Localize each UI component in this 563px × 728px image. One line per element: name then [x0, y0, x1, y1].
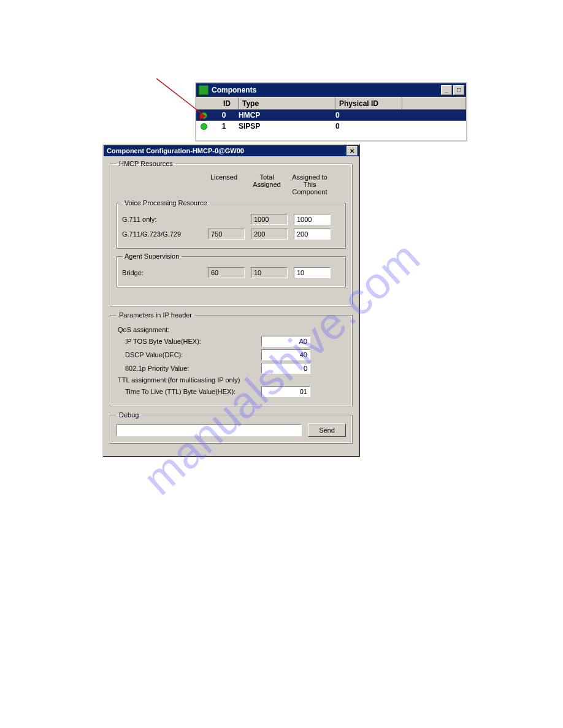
- qos-row-dscp: DSCP Value(DEC): 40: [117, 349, 346, 360]
- voice-processing-legend: Voice Processing Resource: [122, 199, 210, 207]
- config-title: Component Configuration-HMCP-0@GW00: [107, 147, 347, 154]
- qos-value-field[interactable]: A0: [261, 336, 310, 347]
- qos-section-label: QoS assignment:: [118, 326, 346, 333]
- config-titlebar: Component Configuration-HMCP-0@GW00 ✕: [104, 145, 359, 156]
- ttl-section-label: TTL assignment:(for multicasting IP only…: [118, 376, 346, 384]
- ip-params-legend: Parameters in IP header: [117, 311, 194, 319]
- voice-assigned-field[interactable]: 1000: [294, 214, 331, 225]
- voice-label: G.711 only:: [122, 216, 208, 223]
- row-phys: 0: [335, 111, 402, 119]
- row-type: HMCP: [239, 111, 335, 119]
- voice-processing-group: Voice Processing Resource G.711 only: 10…: [117, 199, 346, 249]
- hmcp-column-headers: Licensed TotalAssigned Assigned toThisCo…: [117, 173, 346, 195]
- components-header-id[interactable]: ID: [207, 97, 239, 110]
- voice-row-g711: G.711 only: 1000 1000: [122, 214, 340, 225]
- ttl-row: Time To Live (TTL) Byte Value(HEX): 01: [117, 386, 346, 397]
- maximize-button[interactable]: □: [453, 85, 464, 95]
- components-window: Components _ □ ID Type Physical ID 0 HMC…: [195, 82, 467, 142]
- table-row[interactable]: 1 SIPSP 0: [196, 121, 466, 132]
- config-body: HMCP Resources Licensed TotalAssigned As…: [104, 156, 359, 456]
- svg-line-0: [156, 78, 205, 116]
- ttl-value-field[interactable]: 01: [261, 386, 310, 397]
- qos-row-tos: IP TOS Byte Value(HEX): A0: [117, 336, 346, 347]
- components-body: ID Type Physical ID 0 HMCP 0 1 SIPSP 0: [196, 97, 466, 140]
- debug-legend: Debug: [117, 411, 141, 419]
- agent-supervision-legend: Agent Supervision: [122, 252, 182, 260]
- config-dialog: Component Configuration-HMCP-0@GW00 ✕ HM…: [102, 144, 360, 457]
- agent-assigned-field[interactable]: 10: [294, 267, 331, 278]
- qos-label: IP TOS Byte Value(HEX):: [117, 338, 261, 345]
- components-title: Components: [212, 86, 441, 94]
- debug-group: Debug Send: [110, 411, 353, 444]
- qos-label: 802.1p Priority Value:: [117, 365, 261, 372]
- row-id: 1: [209, 122, 239, 131]
- voice-label: G.711/G.723/G.729: [122, 230, 208, 238]
- table-row[interactable]: 0 HMCP 0: [196, 110, 466, 121]
- col-assigned: Assigned toThisComponent: [288, 173, 331, 195]
- status-cell: [198, 123, 209, 130]
- row-type: SIPSP: [239, 122, 335, 131]
- agent-row-bridge: Bridge: 60 10 10: [122, 267, 340, 278]
- voice-assigned-field[interactable]: 200: [294, 229, 331, 240]
- col-total: TotalAssigned: [245, 173, 288, 195]
- qos-value-field[interactable]: 40: [261, 349, 310, 360]
- col-licensed: Licensed: [202, 173, 245, 195]
- minimize-button[interactable]: _: [441, 85, 452, 95]
- agent-supervision-group: Agent Supervision Bridge: 60 10 10: [117, 252, 346, 287]
- components-titlebar: Components _ □: [196, 83, 466, 97]
- voice-total-field: 1000: [251, 214, 288, 225]
- row-phys: 0: [335, 122, 402, 131]
- pointer-arrowhead-icon: [200, 113, 206, 119]
- ip-params-group: Parameters in IP header QoS assignment: …: [110, 311, 353, 406]
- send-button[interactable]: Send: [308, 423, 346, 437]
- qos-label: DSCP Value(DEC):: [117, 351, 261, 358]
- voice-licensed-field: 750: [208, 229, 245, 240]
- components-header: ID Type Physical ID: [196, 97, 466, 110]
- components-header-tail: [402, 97, 466, 110]
- debug-input[interactable]: [117, 424, 302, 436]
- ttl-label: Time To Live (TTL) Byte Value(HEX):: [117, 388, 261, 395]
- voice-total-field: 200: [251, 229, 288, 240]
- voice-row-g711-723-729: G.711/G.723/G.729 750 200 200: [122, 229, 340, 240]
- agent-label: Bridge:: [122, 269, 208, 276]
- agent-total-field: 10: [251, 267, 288, 278]
- row-id: 0: [209, 111, 239, 119]
- qos-row-8021p: 802.1p Priority Value: 0: [117, 363, 346, 374]
- close-button[interactable]: ✕: [347, 146, 358, 156]
- hmcp-resources-group: HMCP Resources Licensed TotalAssigned As…: [110, 160, 353, 306]
- components-header-type[interactable]: Type: [239, 97, 335, 110]
- status-dot-icon: [201, 123, 207, 130]
- qos-value-field[interactable]: 0: [261, 363, 310, 374]
- hmcp-resources-legend: HMCP Resources: [117, 160, 175, 167]
- agent-licensed-field: 60: [208, 267, 245, 278]
- components-empty-area: [196, 132, 466, 140]
- components-header-phys[interactable]: Physical ID: [335, 97, 402, 110]
